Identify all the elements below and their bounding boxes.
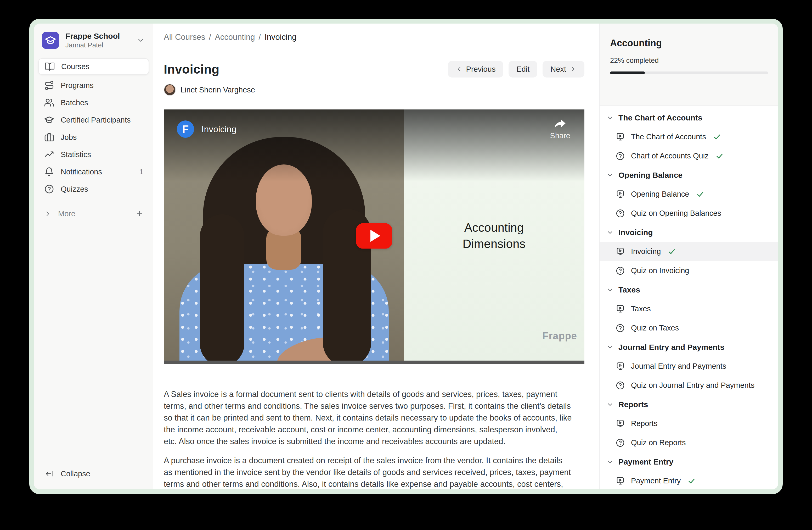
quiz-icon	[615, 151, 625, 161]
outline-section-payment-entry[interactable]: Payment Entry	[599, 452, 778, 471]
sidebar-nav: Courses Programs Batches Certified Parti…	[38, 58, 149, 197]
sidebar-item-label: Notifications	[61, 168, 102, 176]
lesson-paragraph: A Sales invoice is a formal document sen…	[164, 388, 572, 447]
play-icon	[371, 230, 380, 242]
video-player[interactable]: Accounting Dimensions F Invoicing Share	[164, 110, 584, 364]
check-icon	[668, 248, 676, 256]
outline-item-payment-entry[interactable]: Payment Entry	[599, 471, 778, 489]
sidebar-item-label: Quizzes	[61, 185, 88, 194]
outline-item-quiz-on-invoicing[interactable]: Quiz on Invoicing	[599, 261, 778, 280]
quiz-icon	[615, 266, 625, 276]
collapse-sidebar-icon	[44, 469, 54, 478]
plus-icon[interactable]	[135, 210, 143, 218]
breadcrumb-current: Invoicing	[264, 32, 296, 42]
users-icon	[44, 97, 54, 108]
outline-item-chart-of-accounts-quiz[interactable]: Chart of Accounts Quiz	[599, 147, 778, 166]
breadcrumb-separator: /	[209, 32, 212, 42]
outline-item-quiz-on-opening-balances[interactable]: Quiz on Opening Balances	[599, 204, 778, 223]
course-outline-list: The Chart of Accounts The Chart of Accou…	[599, 106, 778, 489]
more-label: More	[58, 209, 75, 218]
progress-bar-fill	[610, 71, 645, 74]
outline-item-taxes[interactable]: Taxes	[599, 299, 778, 318]
workspace-switcher[interactable]: Frappe School Jannat Patel	[38, 30, 149, 58]
sidebar-more-toggle[interactable]: More	[38, 205, 149, 222]
workspace-labels: Frappe School Jannat Patel	[66, 31, 120, 49]
notifications-count-badge: 1	[140, 168, 143, 176]
briefcase-icon	[44, 132, 54, 142]
outline-item-quiz-on-journal-entry-and-payments[interactable]: Quiz on Journal Entry and Payments	[599, 376, 778, 395]
video-lesson-icon	[615, 304, 625, 314]
sidebar-item-label: Batches	[61, 98, 88, 107]
breadcrumb: All Courses / Accounting / Invoicing	[153, 24, 599, 51]
play-button[interactable]	[356, 223, 392, 249]
breadcrumb-accounting[interactable]: Accounting	[215, 32, 255, 42]
chevron-down-icon	[606, 171, 614, 179]
edit-button[interactable]: Edit	[509, 61, 537, 78]
outline-section-the-chart-of-accounts[interactable]: The Chart of Accounts	[599, 108, 778, 127]
desktop-background: Frappe School Jannat Patel Courses Progr…	[0, 0, 812, 530]
author-row: Linet Sherin Varghese	[164, 84, 584, 96]
video-lesson-icon	[615, 419, 625, 429]
sidebar-collapse-button[interactable]: Collapse	[38, 465, 149, 482]
outline-item-reports[interactable]: Reports	[599, 414, 778, 433]
progress-label: 22% completed	[610, 57, 768, 65]
sidebar-item-label: Jobs	[61, 133, 77, 142]
user-name: Jannat Patel	[66, 41, 120, 49]
sidebar-item-label: Courses	[61, 62, 89, 71]
bell-icon	[44, 167, 54, 177]
sidebar-item-label: Certified Participants	[61, 116, 131, 124]
outline-item-invoicing[interactable]: Invoicing	[599, 242, 778, 261]
main-content: All Courses / Accounting / Invoicing Inv…	[153, 24, 599, 489]
chevron-down-icon	[606, 344, 614, 351]
quiz-icon	[615, 208, 625, 219]
chevron-right-icon	[570, 66, 577, 72]
outline-section-invoicing[interactable]: Invoicing	[599, 223, 778, 242]
channel-avatar[interactable]: F	[177, 121, 194, 138]
sidebar-item-quizzes[interactable]: Quizzes	[38, 181, 149, 197]
sidebar-item-programs[interactable]: Programs	[38, 77, 149, 94]
slide-title: Accounting Dimensions	[404, 220, 584, 252]
outline-section-opening-balance[interactable]: Opening Balance	[599, 166, 778, 185]
outline-section-reports[interactable]: Reports	[599, 395, 778, 414]
previous-button[interactable]: Previous	[448, 61, 504, 78]
check-icon	[713, 133, 721, 141]
sidebar-item-batches[interactable]: Batches	[38, 94, 149, 111]
outline-section-journal-entry-and-payments[interactable]: Journal Entry and Payments	[599, 337, 778, 357]
trending-up-icon	[44, 149, 54, 160]
author-avatar	[164, 84, 176, 96]
author-name: Linet Sherin Varghese	[180, 86, 255, 94]
outline-item-quiz-on-reports[interactable]: Quiz on Reports	[599, 433, 778, 452]
graduation-cap-icon	[44, 115, 54, 125]
share-button[interactable]: Share	[550, 119, 570, 140]
video-lesson-icon	[615, 361, 625, 371]
sidebar-item-notifications[interactable]: Notifications 1	[38, 163, 149, 180]
video-progress-bar[interactable]	[164, 361, 584, 364]
chevron-left-icon	[456, 66, 463, 72]
video-watermark: Frappe	[542, 331, 577, 342]
app-window: Frappe School Jannat Patel Courses Progr…	[29, 19, 783, 494]
next-button[interactable]: Next	[542, 61, 584, 78]
course-outline-panel: Accounting 22% completed The Chart of Ac…	[599, 24, 778, 489]
check-icon	[715, 152, 724, 160]
sidebar: Frappe School Jannat Patel Courses Progr…	[34, 24, 153, 489]
video-title[interactable]: Invoicing	[201, 124, 236, 134]
sidebar-item-certified-participants[interactable]: Certified Participants	[38, 112, 149, 128]
outline-item-quiz-on-taxes[interactable]: Quiz on Taxes	[599, 318, 778, 337]
sidebar-item-jobs[interactable]: Jobs	[38, 129, 149, 145]
outline-item-opening-balance[interactable]: Opening Balance	[599, 185, 778, 204]
quiz-icon	[615, 438, 625, 448]
lesson-actions: Previous Edit Next	[448, 61, 584, 78]
sidebar-item-statistics[interactable]: Statistics	[38, 146, 149, 163]
breadcrumb-all-courses[interactable]: All Courses	[164, 32, 205, 42]
chevron-down-icon[interactable]	[135, 36, 146, 44]
outline-item-journal-entry-and-payments[interactable]: Journal Entry and Payments	[599, 357, 778, 376]
outline-section-taxes[interactable]: Taxes	[599, 280, 778, 299]
outline-item-the-chart-of-accounts[interactable]: The Chart of Accounts	[599, 127, 778, 147]
sidebar-item-courses[interactable]: Courses	[38, 58, 149, 75]
collapse-label: Collapse	[61, 470, 90, 478]
chevron-down-icon	[606, 286, 614, 294]
app-title: Frappe School	[66, 31, 120, 41]
check-icon	[687, 477, 696, 485]
lesson-paragraph: A purchase invoice is a document created…	[164, 455, 572, 489]
chevron-down-icon	[606, 401, 614, 408]
